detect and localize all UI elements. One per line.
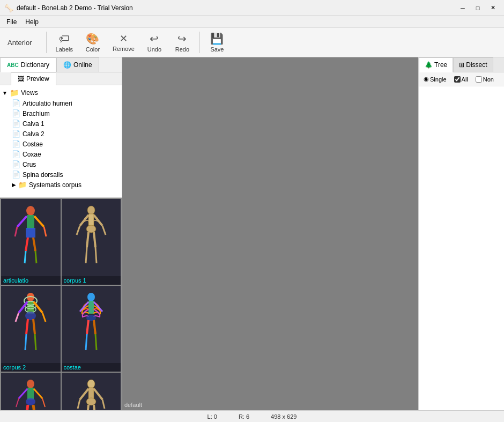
remove-button[interactable]: ✕ Remove <box>108 30 139 55</box>
folder-icon-3: 📄 <box>12 130 20 138</box>
color-button[interactable]: 🎨 Color <box>80 29 106 55</box>
tree-item-calva2[interactable]: 📄 Calva 2 <box>0 129 122 139</box>
undo-icon: ↩ <box>150 32 159 45</box>
menu-help[interactable]: Help <box>21 17 43 27</box>
thumbnail-canvas-ossa <box>62 373 121 410</box>
option-all[interactable]: All <box>451 75 471 84</box>
folder-icon-1: 📄 <box>12 109 20 117</box>
svg-line-61 <box>102 399 105 409</box>
tree-item-label-5: Coxae <box>23 151 41 158</box>
thumbnail-label-articulatio: articulatio <box>1 276 61 285</box>
status-size: 498 x 629 <box>271 413 297 420</box>
tree-item-crus[interactable]: 📄 Crus <box>0 159 122 169</box>
tree-tab-label: Tree <box>434 61 447 69</box>
save-icon: 💾 <box>210 32 224 45</box>
svg-line-65 <box>94 405 95 410</box>
svg-line-44 <box>95 334 97 350</box>
dictionary-tab-label: Dictionary <box>21 61 49 69</box>
tree-item-systematis[interactable]: ▶ 📁 Systematis corpus <box>0 180 122 190</box>
folder-icon-5: 📄 <box>12 150 20 158</box>
thumbnail-corpus2[interactable]: corpus 2 <box>1 286 61 372</box>
tree-item-label-3: Calva 2 <box>23 130 45 138</box>
right-panel: 🌲 Tree ⊞ Dissect ◉ Single All Non <box>418 57 504 410</box>
skeleton-svg-ossa <box>72 379 110 410</box>
tree-item-spina[interactable]: 📄 Spina dorsalis <box>0 169 122 180</box>
svg-line-28 <box>16 313 19 322</box>
close-button[interactable]: ✕ <box>486 3 500 13</box>
statusbar: L: 0 R: 6 498 x 629 <box>0 410 504 422</box>
tree-item-articulatio[interactable]: 📄 Articulatio humeri <box>0 98 122 108</box>
thumbnail-crus[interactable]: crus <box>1 373 61 410</box>
svg-line-49 <box>34 389 42 398</box>
tree-item-label-7: Spina dorsalis <box>23 171 63 179</box>
svg-line-58 <box>80 389 88 399</box>
svg-line-16 <box>102 226 106 235</box>
color-icon: 🎨 <box>86 32 99 45</box>
thumbnail-costae[interactable]: costae <box>62 286 121 372</box>
toolbar: Anterior 🏷 Labels 🎨 Color ✕ Remove ↩ Und… <box>0 28 504 57</box>
tab-dissect[interactable]: ⊞ Dissect <box>453 57 493 72</box>
canvas-label: default <box>124 402 142 408</box>
redo-label: Redo <box>175 46 189 53</box>
tab-preview[interactable]: 🖼 Preview <box>11 72 56 85</box>
tree-item-label-1: Brachium <box>23 110 50 117</box>
undo-button[interactable]: ↩ Undo <box>142 29 167 55</box>
option-single[interactable]: ◉ Single <box>421 75 449 84</box>
app-title: default - BoneLab 2 Demo - Trial Version <box>17 4 133 12</box>
single-icon: ◉ <box>424 76 429 83</box>
minimize-button[interactable]: ─ <box>456 3 470 13</box>
tab-online[interactable]: 🌐 Online <box>56 57 99 72</box>
right-options: ◉ Single All Non <box>419 72 504 86</box>
folder-icon-4: 📄 <box>12 140 20 148</box>
non-checkbox[interactable] <box>476 76 482 83</box>
preview-tab-icon: 🖼 <box>18 75 24 83</box>
tree-item-coxae[interactable]: 📄 Coxae <box>0 149 122 159</box>
svg-line-43 <box>94 320 95 334</box>
center-canvas[interactable]: default <box>122 57 418 410</box>
undo-label: Undo <box>147 46 161 53</box>
online-tab-label: Online <box>73 61 92 69</box>
tree-item-brachium[interactable]: 📄 Brachium <box>0 108 122 119</box>
all-checkbox[interactable] <box>454 76 461 83</box>
titlebar-left: 🦴 default - BoneLab 2 Demo - Trial Versi… <box>4 4 133 12</box>
tree-root-views[interactable]: ▼ 📁 Views <box>0 87 122 98</box>
save-label: Save <box>210 46 224 53</box>
right-tab-bar: 🌲 Tree ⊞ Dissect <box>419 57 504 72</box>
thumbnail-ossa[interactable]: ossa <box>62 373 121 410</box>
status-right: R: 6 <box>239 413 249 420</box>
svg-point-11 <box>87 206 95 214</box>
folder-icon-8: 📁 <box>18 181 27 189</box>
toolbar-separator-2 <box>199 32 200 53</box>
svg-line-54 <box>33 405 35 410</box>
dictionary-tab-icon: ABC <box>7 62 19 68</box>
titlebar-controls: ─ □ ✕ <box>456 3 500 13</box>
tab-dictionary[interactable]: ABC Dictionary <box>0 57 56 72</box>
preview-tab-label: Preview <box>26 75 49 83</box>
svg-line-32 <box>26 319 28 334</box>
svg-rect-37 <box>88 301 94 314</box>
tree-item-calva1[interactable]: 📄 Calva 1 <box>0 119 122 129</box>
svg-point-56 <box>87 380 95 388</box>
save-button[interactable]: 💾 Save <box>204 29 230 55</box>
maximize-button[interactable]: □ <box>471 3 485 13</box>
tree-item-costae[interactable]: 📄 Costae <box>0 139 122 149</box>
svg-line-48 <box>16 398 19 407</box>
redo-button[interactable]: ↪ Redo <box>169 29 195 55</box>
skeleton-svg-articulatio <box>12 205 49 270</box>
svg-point-45 <box>27 380 34 388</box>
non-label: Non <box>483 76 494 83</box>
anterior-label: Anterior <box>2 38 38 48</box>
menu-file[interactable]: File <box>2 17 21 27</box>
thumbnail-articulatio[interactable]: articulatio <box>1 199 61 285</box>
thumbnail-canvas-articulatio <box>1 199 61 276</box>
tree-item-label-4: Costae <box>23 140 43 148</box>
svg-line-3 <box>15 227 17 236</box>
thumbnail-canvas-crus <box>1 373 61 410</box>
option-non[interactable]: Non <box>473 75 496 84</box>
svg-line-63 <box>87 405 88 410</box>
tab-tree[interactable]: 🌲 Tree <box>419 57 453 72</box>
single-label: Single <box>430 76 447 83</box>
labels-button[interactable]: 🏷 Labels <box>51 30 78 55</box>
thumbnail-corpus1[interactable]: corpus 1 <box>62 199 121 285</box>
remove-icon: ✕ <box>120 33 128 45</box>
